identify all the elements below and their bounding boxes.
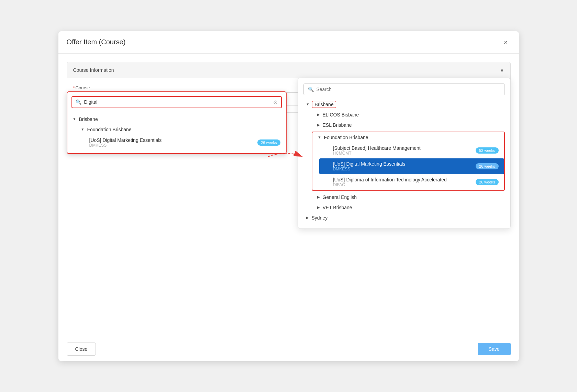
- left-course-info: [UoS] Digital Marketing Essentials DMKES…: [89, 137, 254, 148]
- right-elicos-label[interactable]: ▶ ELICOS Bisbane: [312, 110, 505, 120]
- brisbane-highlighted-label: Brisbane: [312, 101, 336, 108]
- right-esl-label[interactable]: ▶ ESL Brisbane: [312, 120, 505, 130]
- digital-marketing-course-name: [UoS] Digital Marketing Essentials: [333, 161, 473, 167]
- section-title: Course Information: [73, 67, 114, 73]
- left-search-input[interactable]: [84, 99, 273, 105]
- left-course-name: [UoS] Digital Marketing Essentials: [89, 137, 254, 143]
- vet-text: VET Brisbane: [323, 205, 352, 210]
- left-foundation-label[interactable]: ▼ Foundation Brisbane: [76, 124, 286, 135]
- right-brisbane-text: Brisbane: [312, 102, 336, 107]
- diploma-it-course-info: [UoS] Diploma of Information Technology …: [333, 177, 473, 187]
- right-brisbane-chevron-icon: ▼: [306, 102, 310, 106]
- left-course-code: DMKESS: [89, 143, 254, 148]
- foundation-right-text: Foundation Brisbane: [324, 135, 368, 140]
- close-button[interactable]: Close: [67, 343, 96, 356]
- left-tree-list: ▼ Brisbane ▼ Foundation Brisbane [UoS] D…: [67, 111, 286, 153]
- diploma-it-weeks-badge: 26 weeks: [476, 179, 498, 185]
- modal-close-x-button[interactable]: ×: [501, 37, 511, 47]
- esl-chevron-icon: ▶: [317, 123, 320, 127]
- foundation-chevron-icon: ▼: [81, 127, 85, 131]
- left-dropdown-panel: 🔍 ⊗ ▼ Brisbane ▼ Foundation Brisbane: [67, 91, 287, 154]
- sydney-text: Sydney: [312, 215, 328, 221]
- general-english-chevron-icon: ▶: [317, 195, 320, 199]
- left-search-wrapper: 🔍 ⊗: [67, 92, 286, 111]
- course-label-text: Course: [76, 85, 90, 90]
- modal-footer: Close Save: [58, 337, 519, 361]
- healthcare-course-name: [Subject Based] Healthcare Management: [333, 145, 473, 151]
- vet-chevron-icon: ▶: [317, 205, 320, 209]
- left-brisbane-children: ▼ Foundation Brisbane [UoS] Digital Mark…: [67, 124, 286, 150]
- digital-marketing-course-code: DMKESS: [333, 167, 473, 171]
- left-tree-brisbane-node: ▼ Brisbane ▼ Foundation Brisbane [UoS] D…: [67, 114, 286, 150]
- right-search-bar: 🔍: [303, 83, 505, 95]
- right-brisbane-label[interactable]: ▼ Brisbane: [303, 99, 505, 110]
- healthcare-course-code: HCMGMT: [333, 151, 473, 156]
- foundation-right-chevron-icon: ▼: [318, 135, 321, 139]
- modal-title: Offer Item (Course): [67, 38, 126, 46]
- left-brisbane-label[interactable]: ▼ Brisbane: [67, 114, 286, 124]
- esl-text: ESL Brisbane: [323, 122, 352, 128]
- diploma-it-course-code: DIFAC: [333, 182, 473, 187]
- elicos-text: ELICOS Bisbane: [323, 112, 359, 117]
- right-foundation-section: ▼ Foundation Brisbane [Subject Based] He…: [312, 132, 505, 191]
- save-button[interactable]: Save: [478, 343, 511, 355]
- right-panel: 🔍 ▼ Brisbane ▶ ELICOS Bisbane: [298, 78, 511, 229]
- left-search-box: 🔍 ⊗: [71, 96, 282, 108]
- modal-header: Offer Item (Course) ×: [58, 31, 519, 54]
- left-clear-icon[interactable]: ⊗: [273, 99, 278, 105]
- right-brisbane-children: ▶ ELICOS Bisbane ▶ ESL Brisbane ▼ Founda…: [303, 110, 505, 213]
- brisbane-text: Brisbane: [79, 116, 98, 122]
- elicos-chevron-icon: ▶: [317, 113, 320, 116]
- healthcare-weeks-badge: 52 weeks: [476, 147, 498, 154]
- right-search-input[interactable]: [317, 87, 500, 92]
- right-sydney-label[interactable]: ▶ Sydney: [303, 213, 505, 223]
- diploma-it-course-name: [UoS] Diploma of Information Technology …: [333, 177, 473, 182]
- general-english-text: General English: [323, 194, 357, 200]
- brisbane-chevron-icon: ▼: [73, 117, 76, 121]
- diploma-it-course-item[interactable]: [UoS] Diploma of Information Technology …: [319, 174, 504, 190]
- right-foundation-label[interactable]: ▼ Foundation Brisbane: [312, 132, 504, 143]
- collapse-icon[interactable]: ∧: [500, 67, 504, 74]
- digital-marketing-course-item[interactable]: [UoS] Digital Marketing Essentials DMKES…: [319, 158, 504, 174]
- digital-marketing-course-info: [UoS] Digital Marketing Essentials DMKES…: [333, 161, 473, 171]
- sydney-chevron-icon: ▶: [306, 216, 309, 220]
- right-general-english-label[interactable]: ▶ General English: [312, 192, 505, 202]
- right-vet-label[interactable]: ▶ VET Brisbane: [312, 202, 505, 213]
- modal-body: Course Information ∧ *Course ▼ 🔍: [58, 54, 519, 337]
- left-course-weeks-badge: 26 weeks: [257, 139, 280, 146]
- required-star: *: [73, 85, 75, 90]
- foundation-children: [Subject Based] Healthcare Management HC…: [312, 143, 504, 190]
- healthcare-course-info: [Subject Based] Healthcare Management HC…: [333, 145, 473, 156]
- left-course-item[interactable]: [UoS] Digital Marketing Essentials DMKES…: [76, 135, 286, 150]
- healthcare-course-item[interactable]: [Subject Based] Healthcare Management HC…: [319, 143, 504, 158]
- left-search-icon: 🔍: [76, 99, 81, 105]
- section-header: Course Information ∧: [67, 62, 510, 78]
- modal-dialog: Offer Item (Course) × Course Information…: [58, 31, 519, 361]
- right-tree: ▼ Brisbane ▶ ELICOS Bisbane ▶ ESL Brisba…: [303, 99, 505, 223]
- foundation-text: Foundation Brisbane: [87, 127, 131, 132]
- right-search-icon: 🔍: [308, 87, 314, 92]
- digital-marketing-weeks-badge: 26 weeks: [476, 163, 498, 169]
